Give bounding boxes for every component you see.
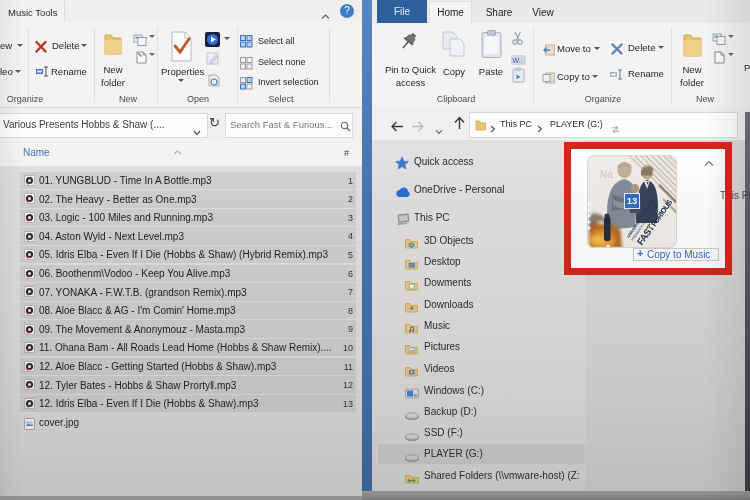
svg-text:W..: W..	[513, 57, 523, 64]
